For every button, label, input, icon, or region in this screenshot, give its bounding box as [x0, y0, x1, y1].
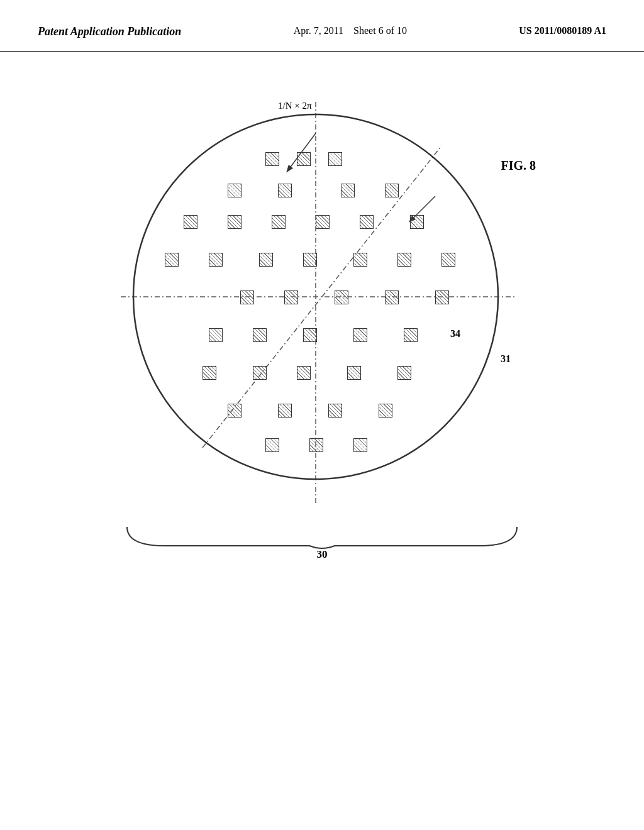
- brace-svg: [114, 521, 530, 552]
- header-date-sheet: Apr. 7, 2011 Sheet 6 of 10: [294, 25, 407, 36]
- publication-title: Patent Application Publication: [38, 25, 181, 38]
- publication-date: Apr. 7, 2011: [294, 25, 343, 36]
- page-header: Patent Application Publication Apr. 7, 2…: [0, 0, 644, 52]
- label-34: 34: [450, 328, 460, 340]
- angle-annotation: 1/N × 2π: [278, 101, 312, 111]
- figure-label: FIG. 8: [501, 158, 536, 173]
- diagram-area: 1/N × 2π FIG. 8: [102, 83, 542, 573]
- diagram-svg: [102, 83, 542, 536]
- sheet-info: Sheet 6 of 10: [353, 25, 407, 36]
- patent-number: US 2011/0080189 A1: [519, 25, 606, 36]
- brace-area: 30: [114, 521, 530, 561]
- label-31: 31: [501, 353, 511, 365]
- main-content: 1/N × 2π FIG. 8: [0, 52, 644, 592]
